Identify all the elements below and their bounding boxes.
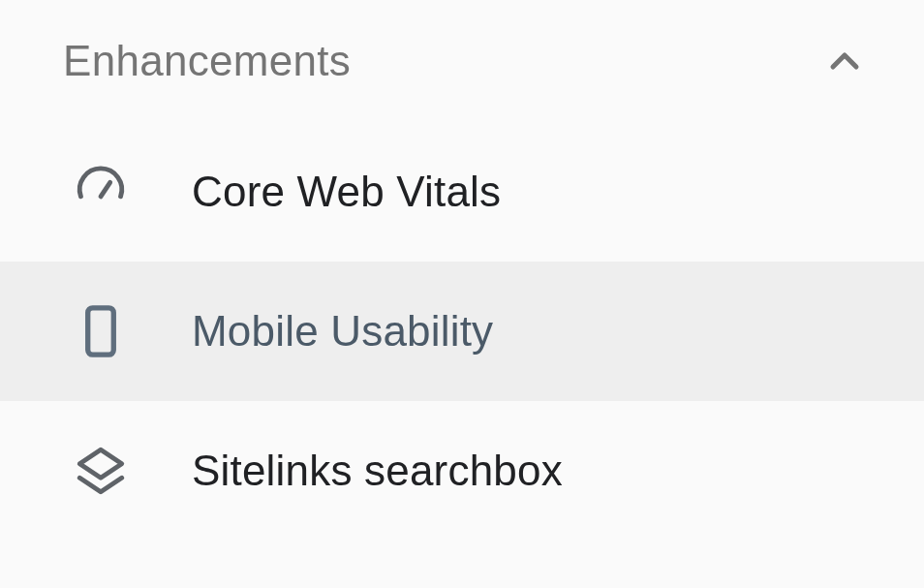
section-header-enhancements[interactable]: Enhancements: [0, 0, 924, 122]
speedometer-icon: [73, 164, 129, 220]
sidebar-item-core-web-vitals[interactable]: Core Web Vitals: [0, 122, 924, 262]
sidebar-item-sitelinks-searchbox[interactable]: Sitelinks searchbox: [0, 401, 924, 541]
sidebar-item-mobile-usability[interactable]: Mobile Usability: [0, 262, 924, 401]
svg-line-0: [101, 182, 110, 197]
sidebar-item-label: Mobile Usability: [192, 307, 493, 356]
mobile-icon: [73, 303, 129, 359]
sidebar-item-label: Sitelinks searchbox: [192, 447, 563, 495]
sidebar-item-label: Core Web Vitals: [192, 168, 501, 216]
chevron-up-icon: [821, 38, 868, 84]
svg-rect-1: [88, 308, 114, 355]
section-title: Enhancements: [63, 37, 351, 85]
svg-marker-2: [79, 449, 122, 478]
layers-icon: [73, 443, 129, 499]
